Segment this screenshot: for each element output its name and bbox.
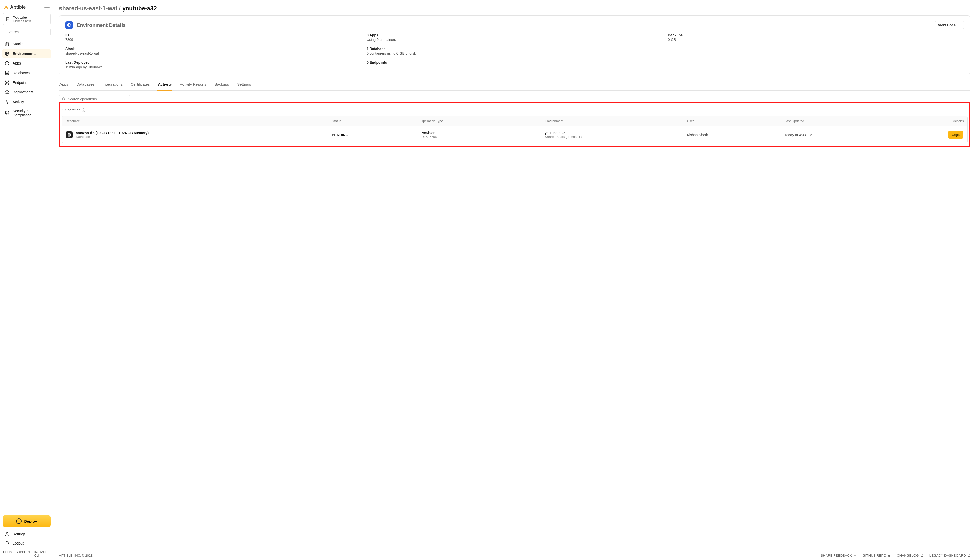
tab-activity-reports[interactable]: Activity Reports bbox=[179, 79, 207, 90]
chevron-down-icon bbox=[854, 554, 857, 557]
external-link-icon bbox=[888, 554, 891, 557]
resource-sub: Database bbox=[76, 135, 149, 139]
svg-point-33 bbox=[62, 98, 65, 100]
search-input[interactable] bbox=[7, 30, 52, 34]
sidebar-item-label: Apps bbox=[13, 61, 21, 65]
sidebar-item-label: Databases bbox=[13, 71, 30, 75]
logs-button[interactable]: Logs bbox=[948, 131, 963, 139]
sidebar-item-label: Endpoints bbox=[13, 80, 28, 85]
sidebar-item-endpoints[interactable]: Endpoints bbox=[2, 78, 51, 87]
svg-line-26 bbox=[8, 83, 8, 84]
svg-line-38 bbox=[969, 555, 970, 556]
view-docs-label: View Docs bbox=[938, 23, 956, 27]
link-docs[interactable]: DOCS bbox=[3, 550, 12, 557]
tab-certificates[interactable]: Certificates bbox=[130, 79, 150, 90]
th-actions: Actions bbox=[896, 116, 968, 126]
last-updated: Today at 4:33 PM bbox=[781, 130, 896, 140]
svg-line-25 bbox=[6, 83, 7, 84]
footer-share-feedback[interactable]: SHARE FEEDBACK bbox=[821, 553, 857, 557]
org-selector[interactable]: Youtube Kishan Sheth bbox=[3, 13, 50, 25]
svg-point-20 bbox=[8, 81, 9, 82]
sidebar-item-databases[interactable]: Databases bbox=[2, 68, 51, 77]
th-resource: Resource bbox=[62, 116, 328, 126]
cloud-upload-icon bbox=[5, 90, 10, 95]
svg-rect-3 bbox=[7, 17, 9, 21]
building-icon bbox=[5, 17, 10, 22]
activity-icon bbox=[5, 99, 10, 104]
sidebar-item-label: Logout bbox=[13, 541, 23, 545]
svg-marker-12 bbox=[5, 42, 9, 44]
footer-copyright: APTIBLE, INC. © 2023 bbox=[59, 553, 92, 557]
org-name: Youtube bbox=[13, 15, 31, 19]
footer-github-repo[interactable]: GITHUB REPO bbox=[862, 553, 891, 557]
detail-deployed-value: 19min ago by Unknown bbox=[65, 65, 361, 69]
menu-icon[interactable] bbox=[45, 5, 50, 9]
operation-id: ID: 58676632 bbox=[421, 135, 538, 139]
operations-table: Resource Status Operation Type Environme… bbox=[62, 116, 968, 143]
sidebar-item-settings[interactable]: Settings bbox=[2, 530, 51, 539]
database-icon bbox=[65, 131, 73, 138]
sidebar-item-label: Environments bbox=[13, 52, 36, 56]
operations-search-input[interactable] bbox=[68, 97, 127, 101]
svg-line-32 bbox=[959, 24, 961, 25]
box-icon bbox=[5, 61, 10, 66]
detail-deployed-label: Last Deployed bbox=[65, 60, 361, 65]
brand-logo[interactable]: Aptible bbox=[3, 5, 26, 10]
sidebar-item-logout[interactable]: Logout bbox=[2, 539, 51, 548]
svg-point-22 bbox=[8, 83, 9, 84]
tab-databases[interactable]: Databases bbox=[76, 79, 95, 90]
info-icon[interactable]: i bbox=[82, 108, 85, 112]
footer-changelog[interactable]: CHANGELOG bbox=[897, 553, 923, 557]
database-icon bbox=[5, 70, 10, 75]
th-updated: Last Updated bbox=[781, 116, 896, 126]
sidebar-item-stacks[interactable]: Stacks bbox=[2, 39, 51, 48]
operations-count: 1 Operation bbox=[62, 108, 80, 112]
stacks-icon bbox=[5, 42, 10, 47]
svg-point-17 bbox=[5, 71, 8, 72]
logout-icon bbox=[5, 541, 10, 546]
sidebar-item-apps[interactable]: Apps bbox=[2, 59, 51, 68]
resource-title: amazon-db (10 GB Disk - 1024 GB Memory) bbox=[76, 131, 149, 135]
tab-activity[interactable]: Activity bbox=[157, 79, 172, 91]
detail-stack-label: Stack bbox=[65, 47, 361, 51]
external-link-icon bbox=[968, 554, 970, 557]
th-env: Environment bbox=[541, 116, 684, 126]
sidebar-item-label: Stacks bbox=[13, 42, 23, 46]
svg-point-19 bbox=[5, 81, 6, 82]
footer-legacy-dashboard[interactable]: LEGACY DASHBOARD bbox=[929, 553, 970, 557]
tab-settings[interactable]: Settings bbox=[237, 79, 251, 90]
th-status: Status bbox=[328, 116, 417, 126]
tab-integrations[interactable]: Integrations bbox=[102, 79, 123, 90]
sidebar-item-activity[interactable]: Activity bbox=[2, 97, 51, 107]
external-link-icon bbox=[958, 23, 961, 27]
detail-apps-value: Using 0 containers bbox=[366, 38, 663, 42]
svg-line-23 bbox=[6, 82, 7, 82]
svg-point-28 bbox=[7, 532, 8, 534]
card-title: Environment Details bbox=[77, 22, 125, 28]
svg-line-24 bbox=[8, 82, 8, 82]
link-support[interactable]: SUPPORT bbox=[15, 550, 30, 557]
shield-icon bbox=[5, 110, 10, 115]
org-owner: Kishan Sheth bbox=[13, 19, 31, 23]
detail-id-label: ID bbox=[65, 33, 361, 37]
status-value: PENDING bbox=[332, 133, 348, 137]
breadcrumb-parent[interactable]: shared-us-east-1-wat bbox=[59, 5, 117, 12]
tab-apps[interactable]: Apps bbox=[59, 79, 69, 90]
external-link-icon bbox=[920, 554, 923, 557]
env-name: youtube-a32 bbox=[545, 131, 680, 135]
sidebar-item-label: Settings bbox=[13, 532, 26, 536]
svg-line-37 bbox=[922, 555, 923, 556]
detail-db-value: 0 containers using 0 GB of disk bbox=[366, 51, 663, 55]
tab-backups[interactable]: Backups bbox=[214, 79, 230, 90]
sidebar-item-deployments[interactable]: Deployments bbox=[2, 88, 51, 97]
view-docs-button[interactable]: View Docs bbox=[934, 21, 964, 30]
sidebar-item-environments[interactable]: Environments bbox=[2, 49, 51, 58]
detail-stack-value: shared-us-east-1-wat bbox=[65, 51, 361, 55]
deploy-button[interactable]: + Deploy bbox=[3, 515, 50, 527]
sidebar-item-security[interactable]: Security & Compliance bbox=[2, 107, 51, 119]
detail-backups-value: 0 GB bbox=[668, 38, 964, 42]
table-row[interactable]: amazon-db (10 GB Disk - 1024 GB Memory) … bbox=[62, 126, 968, 143]
link-install-cli[interactable]: INSTALL CLI bbox=[34, 550, 50, 557]
global-search[interactable] bbox=[3, 28, 50, 36]
deploy-label: Deploy bbox=[24, 519, 37, 523]
